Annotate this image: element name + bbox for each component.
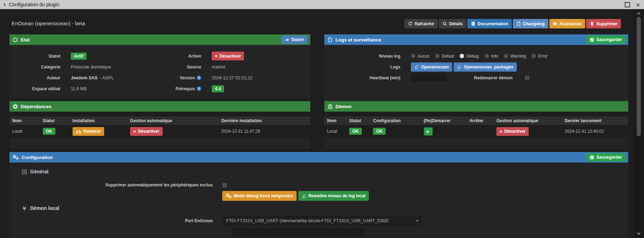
list-icon — [22, 169, 27, 174]
save-configuration-button[interactable]: Sauvegarder — [587, 153, 625, 161]
paperclip-icon — [302, 194, 306, 198]
espace-value: 11.6 MB — [71, 83, 149, 94]
logs-label: Logs — [324, 65, 400, 70]
disable-auto-daemon-button[interactable]: × Désactiver — [496, 127, 529, 136]
demon-local-section-title: Démon local — [22, 205, 628, 211]
port-enocean-select[interactable]: FTDI FT231X_USB_UART (/dev/serial/by-id/… — [222, 216, 422, 226]
changelog-button[interactable]: Changelog — [513, 19, 548, 28]
play-icon: ▶ — [427, 130, 429, 133]
panel-logs-header: Logs et surveillance Sauvegarder — [324, 34, 628, 45]
paperclip-icon — [414, 65, 419, 69]
page-actions: Rafraichir Détails Documentation Changel… — [405, 19, 621, 28]
scroll-down-arrow[interactable] — [637, 233, 641, 235]
general-section-title: Général — [22, 169, 628, 174]
status-badge: Actif — [71, 53, 87, 60]
details-button[interactable]: Détails — [439, 19, 466, 28]
radio-icon[interactable] — [484, 54, 489, 58]
radio-warning[interactable]: Warning — [504, 54, 526, 59]
demon-table: Nom Statut Configuration (Re)Démarrer Ar… — [324, 117, 628, 138]
radio-error[interactable]: Error — [531, 54, 548, 59]
check-circle-icon — [590, 155, 594, 160]
panel-demon: Démon Nom Statut Configuration (Re)Démar… — [324, 101, 628, 149]
file-icon — [327, 37, 333, 42]
categorie-label: Catégorie — [9, 61, 60, 72]
window-title: Configuration du plugin — [9, 2, 59, 7]
gears-icon — [13, 155, 19, 160]
niveau-log-label: Niveau log — [324, 54, 400, 59]
panel-etat-header: Etat Ouvrir — [9, 34, 310, 45]
disable-auto-dependencies-button[interactable]: × Désactiver — [130, 127, 162, 136]
table-row: Local OK OK ▶ × Désactiver — [324, 125, 628, 138]
close-button[interactable]: × — [635, 1, 641, 8]
check-circle-icon — [590, 38, 594, 42]
scrollbar-thumb[interactable] — [637, 17, 641, 136]
scroll-up-arrow[interactable] — [637, 12, 641, 14]
refresh-button[interactable]: Rafraichir — [405, 19, 438, 28]
radio-icon[interactable] — [531, 54, 536, 58]
share-arrow-icon — [285, 38, 289, 42]
radio-debug[interactable]: Debug — [460, 54, 479, 59]
demon-config-badge: OK — [373, 128, 386, 135]
deactivate-plugin-button[interactable]: × Désactiver — [212, 52, 244, 60]
power-circle-icon — [13, 37, 18, 42]
gear-icon — [13, 104, 18, 109]
paperclip-icon — [457, 65, 462, 69]
prerequis-badge: 4.4 — [212, 85, 224, 92]
open-plugin-button[interactable]: Ouvrir — [282, 35, 307, 44]
radio-aucun[interactable]: Aucun — [411, 54, 429, 59]
radio-icon[interactable] — [435, 54, 440, 58]
panel-dependances-header: Dépendances — [9, 101, 310, 112]
window-titlebar: › Configuration du plugin × — [0, 0, 644, 9]
plug-icon — [22, 206, 27, 211]
radio-icon[interactable] — [411, 54, 415, 58]
reset-log-level-button[interactable]: Remettre niveau de log local — [298, 191, 369, 201]
heartbeat-label: Heartbeat (min) — [324, 75, 400, 80]
dep-nom: Local — [9, 125, 40, 138]
log-level-radios: Aucun Defaut Debug Info Warning Error — [411, 54, 553, 59]
motorcycle-icon — [76, 129, 81, 134]
radio-icon[interactable] — [504, 54, 508, 58]
delete-plugin-button[interactable]: Supprimer — [586, 19, 621, 28]
radio-defaut[interactable]: Defaut — [435, 54, 454, 59]
trash-icon — [590, 21, 594, 26]
force-debug-button[interactable]: Mode debug forcé temporaire — [222, 191, 297, 201]
auteur-value: Jeedom SAS- AGPL — [71, 72, 149, 83]
documentation-button[interactable]: Documentation — [467, 19, 511, 28]
panel-demon-header: Démon — [324, 101, 628, 112]
version-value: 2024-12-27 01:01:22 — [212, 72, 306, 83]
maximize-button[interactable] — [624, 1, 630, 8]
restart-daemon-button[interactable]: ▶ — [424, 127, 433, 135]
book-icon — [471, 21, 475, 26]
restart-daemon-checkbox[interactable] — [525, 75, 529, 80]
radio-info[interactable]: Info — [484, 54, 498, 59]
panel-etat: Etat Ouvrir Statut Actif Action × Désact… — [9, 34, 310, 98]
port-enocean-label: Port EnOcean — [9, 218, 213, 223]
extra-config-input[interactable] — [232, 227, 365, 238]
maximize-icon — [625, 2, 630, 7]
refresh-icon — [408, 21, 413, 26]
help-icon[interactable]: ? — [197, 75, 201, 80]
dep-status-badge: OK — [43, 128, 55, 135]
log-file-openenocean-packages-button[interactable]: Openenocean_packages — [454, 62, 517, 72]
help-icon[interactable]: ? — [197, 86, 201, 91]
save-logs-button[interactable]: Sauvegarder — [587, 35, 625, 44]
search-icon — [442, 21, 447, 26]
page-title: EnOcean (openenocean) - beta — [12, 20, 85, 26]
categorie-value: Protocole domotique — [71, 61, 149, 72]
assistance-button[interactable]: Assistance — [549, 19, 585, 28]
action-label: Action — [159, 51, 201, 61]
relaunch-dependencies-button[interactable]: Relancer — [73, 127, 104, 136]
vertical-scrollbar[interactable] — [633, 9, 644, 238]
file-icon — [516, 21, 521, 26]
bank-icon — [327, 104, 333, 109]
table-row: Local OK Relancer × Désactiver — [9, 125, 310, 138]
source-label: Source — [159, 61, 201, 72]
gears-icon — [226, 193, 232, 198]
heartbeat-input[interactable] — [411, 73, 447, 82]
table-header-row: Nom Statut Installation Gestion automati… — [9, 117, 310, 125]
demon-status-badge: OK — [349, 128, 362, 135]
auto-remove-checkbox[interactable] — [222, 183, 227, 187]
radio-selected-icon[interactable] — [460, 54, 464, 58]
prerequis-label: Prérequis ? — [159, 83, 201, 94]
log-file-openenocean-button[interactable]: Openenocean — [411, 62, 452, 72]
